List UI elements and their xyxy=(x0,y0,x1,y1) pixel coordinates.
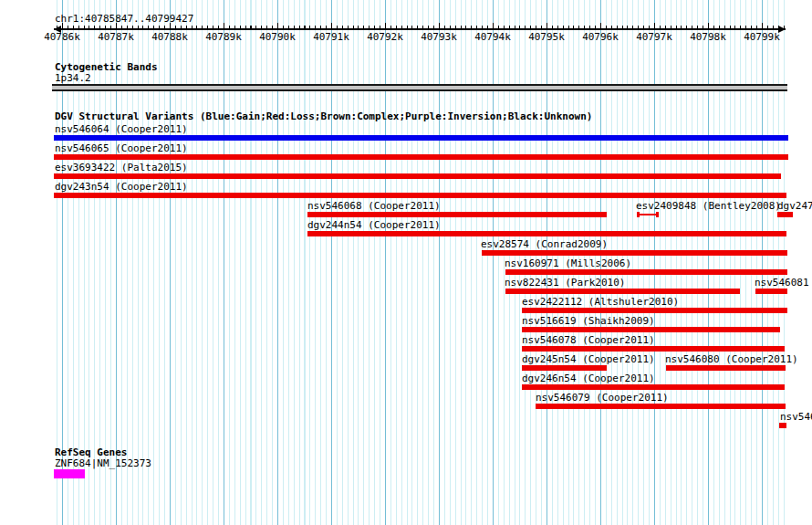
variant-bar-nsv516619[interactable] xyxy=(522,327,780,332)
variant-label-nsv546078: nsv546078 (Cooper2011) xyxy=(522,334,655,346)
variant-label-nsv546064: nsv546064 (Cooper2011) xyxy=(55,123,188,135)
variant-bar-nsv546065[interactable] xyxy=(54,154,788,160)
genome-browser-panel: chr1:40785847..40799427 40786k40787k4078… xyxy=(0,0,812,525)
variant-bar-nsv546079[interactable] xyxy=(536,404,786,409)
variant-label-esv2409848: esv2409848 (Bentley2008) xyxy=(636,200,781,212)
dgv-track-title: DGV Structural Variants (Blue:Gain;Red:L… xyxy=(55,110,592,122)
variant-bar-dgv244n54[interactable] xyxy=(307,231,786,236)
variant-label-dgv244n54: dgv244n54 (Cooper2011) xyxy=(307,219,441,231)
variant-label-dgv245n54: dgv245n54 (Cooper2011) xyxy=(522,353,655,365)
ruler-tick-label: 40797k xyxy=(636,31,672,43)
variant-bar-nsv546068[interactable] xyxy=(307,212,607,217)
variant-bar-dgv247n[interactable] xyxy=(777,212,793,217)
cytogenetic-band-glyph[interactable] xyxy=(52,84,787,91)
ruler-tick-label: 40790k xyxy=(259,31,296,43)
refseq-gene-glyph[interactable] xyxy=(54,469,85,478)
variant-label-esv2422112: esv2422112 (Altshuler2010) xyxy=(522,296,679,308)
variant-bar-dgv243n54[interactable] xyxy=(54,193,786,198)
variant-label-dgv247n: dgv247n xyxy=(777,200,812,212)
ruler-tick-label: 40786k xyxy=(44,31,80,43)
ruler-tick-label: 40792k xyxy=(367,31,403,43)
variant-bar-dgv245n54[interactable] xyxy=(522,365,607,371)
variant-label-nsv546081: nsv546081 ( xyxy=(755,277,812,289)
variant-bar-nsv546078[interactable] xyxy=(522,346,785,352)
ruler-tick-label: 40799k xyxy=(744,31,780,43)
variant-bar-esv3693422[interactable] xyxy=(54,173,781,179)
ruler-tick-label: 40794k xyxy=(474,31,511,43)
variant-label-nsv546079: nsv546079 (Cooper2011) xyxy=(536,392,669,404)
ruler-tick-label: 40795k xyxy=(528,31,565,43)
variant-label-dgv246n54: dgv246n54 (Cooper2011) xyxy=(522,373,655,384)
variant-bar-esv2422112[interactable] xyxy=(522,308,787,313)
ruler-tick-label: 40791k xyxy=(313,31,349,43)
ruler-tick-label: 40787k xyxy=(98,31,134,43)
variant-label-nsv516619: nsv516619 (Shaikh2009) xyxy=(522,315,655,327)
variant-bar-esv28574[interactable] xyxy=(482,250,787,256)
variant-bar-nsv160971[interactable] xyxy=(505,269,787,275)
coordinate-grid xyxy=(54,0,786,525)
variant-bar-nsv546[interactable] xyxy=(779,423,786,428)
variant-label-nsv546080: nsv546080 (Cooper2011) xyxy=(665,353,798,365)
variant-bar-nsv546064[interactable] xyxy=(54,135,788,141)
variant-label-esv28574: esv28574 (Conrad2009) xyxy=(481,238,608,250)
variant-bar-nsv546081[interactable] xyxy=(755,289,787,294)
ruler-tick-label: 40796k xyxy=(582,31,619,43)
variant-bar-nsv546080[interactable] xyxy=(666,365,786,371)
refseq-gene-label: ZNF684|NM_152373 xyxy=(55,457,151,469)
ruler-tick-label: 40788k xyxy=(151,31,188,43)
cytogenetic-band-label: 1p34.2 xyxy=(55,72,91,84)
ruler-tick-label: 40793k xyxy=(421,31,457,43)
ruler-tick-label: 40789k xyxy=(205,31,242,43)
variant-label-nsv160971: nsv160971 (Mills2006) xyxy=(505,257,631,269)
variant-label-nsv546: nsv546 xyxy=(780,411,812,423)
variant-bar-esv2409848[interactable] xyxy=(637,212,659,217)
variant-label-dgv243n54: dgv243n54 (Cooper2011) xyxy=(55,181,188,193)
variant-bar-dgv246n54[interactable] xyxy=(522,384,785,390)
ruler-tick-label: 40798k xyxy=(690,31,726,43)
variant-label-nsv546068: nsv546068 (Cooper2011) xyxy=(307,200,441,212)
variant-label-esv3693422: esv3693422 (Palta2015) xyxy=(55,162,188,173)
variant-label-nsv546065: nsv546065 (Cooper2011) xyxy=(55,142,188,154)
ruler-minor-ticks xyxy=(54,26,786,29)
variant-label-nsv822431: nsv822431 (Park2010) xyxy=(505,277,625,289)
variant-bar-nsv822431[interactable] xyxy=(505,289,740,294)
